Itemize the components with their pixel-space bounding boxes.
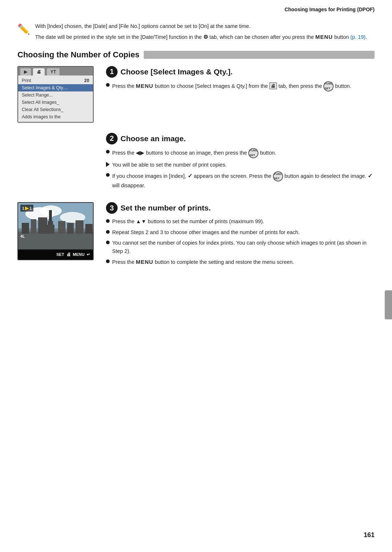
step-1-bullet-1-text: Press the MENU button to choose [Select … <box>112 81 351 91</box>
counter-arrow: ▶ <box>25 205 29 211</box>
counter-2: 1 <box>29 206 32 210</box>
step-3-bullet-4-text: Press the MENU button to complete the se… <box>112 258 294 266</box>
camera-photo-screenshot: 1 ▶ 1 4L SET 🖨 MENU ↵ <box>17 202 94 260</box>
func-set-btn-2: FUNCSET <box>248 148 258 158</box>
section-heading-bar <box>144 51 375 59</box>
bullet-triangle-icon <box>106 162 110 167</box>
bullet-circle-icon <box>106 259 110 263</box>
svg-rect-14 <box>85 224 93 234</box>
step-2-bullets: Press the ◀▶ buttons to choose an image,… <box>106 148 375 190</box>
step-3-image: 1 ▶ 1 4L SET 🖨 MENU ↵ <box>17 202 97 260</box>
step-3-content: 3 Set the number of prints. Press the ▲▼… <box>106 202 375 269</box>
step-1-title-row: 1 Choose [Select Images & Qty.]. <box>106 66 375 78</box>
menu-label-clear-all: Clear All Selections_ <box>22 107 64 112</box>
note-line-2: The date will be printed in the style se… <box>35 33 367 41</box>
menu-label-select-range: Select Range... <box>22 93 53 98</box>
note-text-1: With [Index] chosen, the [Date] and [Fil… <box>35 23 250 29</box>
step-3-bullet-3-text: You cannot set the number of copies for … <box>112 239 375 255</box>
menu-row-select-range: Select Range... <box>18 91 93 99</box>
bullet-circle-icon <box>106 230 110 234</box>
step-3-bullet-4: Press the MENU button to complete the se… <box>106 258 375 266</box>
step-2-bullet-1: Press the ◀▶ buttons to choose an image,… <box>106 148 375 158</box>
photo-counter: 1 ▶ 1 <box>20 205 33 212</box>
step-2-content: 2 Choose an image. Press the ◀▶ buttons … <box>106 133 375 192</box>
menu-row-clear-all: Clear All Selections_ <box>18 106 93 113</box>
menu-row-select-images: Select Images & Qty.... <box>18 84 93 91</box>
menu-label-print: Print <box>22 78 31 83</box>
menu-row-select-all: Select All Images_ <box>18 99 93 106</box>
step-1-row: ▶ 🖨 YT Print 20 Select Images & Qty.... … <box>17 66 375 123</box>
step-3-title-row: 3 Set the number of prints. <box>106 202 375 214</box>
photo-overlay-top: 1 ▶ 1 <box>20 205 33 212</box>
camera-tab-print: 🖨 <box>33 68 45 75</box>
menu-label: MENU <box>315 34 333 40</box>
step-1-bullet-1: Press the MENU button to choose [Select … <box>106 81 375 91</box>
counter-1: 1 <box>22 206 24 210</box>
menu-row-adds: Adds images to the <box>18 113 93 120</box>
step-2-title: Choose an image. <box>121 134 186 143</box>
step-3-bullet-3: You cannot set the number of copies for … <box>106 239 375 255</box>
print-icon-label: 🖨 <box>66 252 71 257</box>
menu-bottom-label: MENU <box>73 252 85 257</box>
header-title: Choosing Images for Printing (DPOF) <box>285 7 375 12</box>
page-header: Choosing Images for Printing (DPOF) <box>0 0 392 16</box>
menu-row-print: Print 20 <box>18 77 93 84</box>
step-1-number: 1 <box>106 66 118 78</box>
set-label: SET <box>56 252 64 257</box>
svg-rect-10 <box>46 225 54 234</box>
section-heading-text: Choosing the Number of Copies <box>17 50 144 60</box>
step-2-bullet-2-text: You will be able to set the number of pr… <box>112 161 226 169</box>
step-3-bullet-2: Repeat Steps 2 and 3 to choose other ima… <box>106 228 375 236</box>
step-2-title-row: 2 Choose an image. <box>106 133 375 144</box>
func-set-btn-1: FUNCSET <box>323 81 334 91</box>
func-set-btn-3: FUNCSET <box>273 171 283 181</box>
bullet-circle-icon <box>106 83 110 87</box>
note-line-1: With [Index] chosen, the [Date] and [Fil… <box>35 23 367 30</box>
svg-rect-6 <box>31 219 36 234</box>
step-3-bullets: Press the ▲▼ buttons to set the number o… <box>106 217 375 266</box>
menu-label-select-all: Select All Images_ <box>22 100 59 105</box>
menu-label-select-images: Select Images & Qty.... <box>22 85 68 90</box>
step-1-title: Choose [Select Images & Qty.]. <box>121 68 233 76</box>
step-3-title: Set the number of prints. <box>121 204 211 212</box>
step-1-bullets: Press the MENU button to choose [Select … <box>106 81 375 91</box>
step-2-bullet-2: You will be able to set the number of pr… <box>106 161 375 169</box>
step-2-bullet-3-text: If you choose images in [Index], ✓ appea… <box>112 171 375 189</box>
note-box: ✏️ With [Index] chosen, the [Date] and [… <box>17 23 375 41</box>
svg-rect-4 <box>18 232 94 250</box>
right-sidebar-tab <box>385 290 392 319</box>
note-lines: With [Index] chosen, the [Date] and [Fil… <box>35 23 367 41</box>
photo-size-label: 4L <box>20 234 25 238</box>
menu-val-print: 20 <box>84 78 89 83</box>
step-3-number: 3 <box>106 202 118 214</box>
page-number: 161 <box>364 531 375 539</box>
camera-menu-body: Print 20 Select Images & Qty.... Select … <box>18 75 93 122</box>
svg-rect-7 <box>38 217 47 234</box>
main-content: ✏️ With [Index] chosen, the [Date] and [… <box>0 23 392 297</box>
svg-rect-5 <box>22 223 29 234</box>
camera-photo-bg: 1 ▶ 1 4L <box>18 203 93 250</box>
photo-bottom-bar: SET 🖨 MENU ↵ <box>18 249 93 259</box>
note-text-2: The date will be printed in the style se… <box>35 34 367 40</box>
svg-rect-13 <box>75 220 83 234</box>
step-3-bullet-2-text: Repeat Steps 2 and 3 to choose other ima… <box>112 228 300 236</box>
svg-rect-11 <box>58 221 65 234</box>
step-2-bullet-3: If you choose images in [Index], ✓ appea… <box>106 171 375 189</box>
menu-label-adds: Adds images to the <box>22 114 61 119</box>
step-1-image: ▶ 🖨 YT Print 20 Select Images & Qty.... … <box>17 66 97 123</box>
step-1-content: 1 Choose [Select Images & Qty.]. Press t… <box>106 66 375 94</box>
camera-tab-settings: YT <box>47 68 60 75</box>
bullet-circle-icon <box>106 241 110 244</box>
bullet-circle-icon <box>106 173 110 177</box>
step-2-number: 2 <box>106 133 118 144</box>
bullet-circle-icon <box>106 219 110 223</box>
settings-tab-icon: ⚙ <box>203 34 208 40</box>
page-link[interactable]: (p. 19) <box>350 34 366 40</box>
step-3-bullet-1-text: Press the ▲▼ buttons to set the number o… <box>112 217 264 225</box>
svg-rect-12 <box>67 223 74 234</box>
bullet-circle-icon <box>106 150 110 154</box>
pencil-icon: ✏️ <box>17 23 30 35</box>
return-label: ↵ <box>87 252 90 257</box>
step-2-row: 2 Choose an image. Press the ◀▶ buttons … <box>17 133 375 192</box>
camera-tab-play: ▶ <box>20 68 31 75</box>
